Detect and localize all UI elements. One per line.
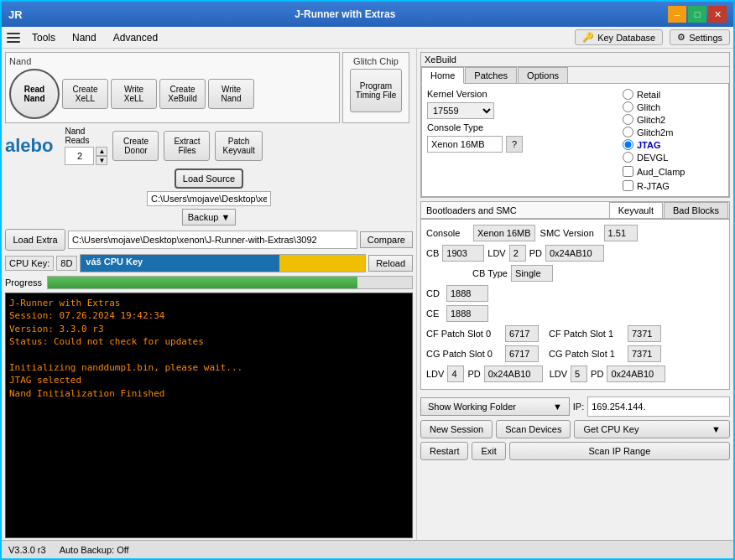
extra-path-input[interactable] [68,231,357,249]
cpu-key-value: váš CPU Key [80,254,366,272]
kernel-select-row: 17559 [427,102,616,119]
menu-nand[interactable]: Nand [65,29,103,46]
console-type-question-button[interactable]: ? [506,136,523,153]
dropdown-arrow-icon: ▼ [553,402,562,412]
scan-ip-range-button[interactable]: Scan IP Range [509,442,730,460]
menu-advanced[interactable]: Advanced [107,29,164,46]
nand-reads-up[interactable]: ▲ [96,147,107,156]
show-working-folder-button[interactable]: Show Working Folder ▼ [420,397,570,416]
create-donor-button[interactable]: Create Donor [112,131,159,161]
nand-reads-down[interactable]: ▼ [96,156,107,165]
compare-button[interactable]: Compare [360,231,413,248]
radio-glitch2m-input[interactable] [623,127,633,137]
read-nand-button[interactable]: Read Nand [9,69,60,119]
r-jtag-row: R-JTAG [623,180,723,191]
load-extra-button[interactable]: Load Extra [5,229,65,251]
tab-options[interactable]: Options [518,67,568,83]
boot-tab-keyvault[interactable]: Keyvault [609,202,663,218]
console-type-row: Console Type [427,122,616,132]
radio-retail-input[interactable] [623,89,633,100]
log-line-5: Initializing nanddump1.bin, please wait.… [9,361,409,374]
reload-button[interactable]: Reload [368,255,413,272]
xebuild-section: XeBuild Home Patches Options Kernel Vers… [420,52,730,198]
radio-devgl: DEVGL [623,152,723,163]
window-title: J-Runner with Extras [23,8,668,20]
backup-label: Backup ▼ [188,212,231,222]
boot-header: Bootloaders and SMC Keyvault Bad Blocks [421,202,729,219]
ldv5-value: 5 [571,366,587,382]
cb-value: 1903 [442,245,484,262]
radio-glitch-input[interactable] [623,101,633,112]
ip-input[interactable] [587,397,730,417]
radio-glitch2-input[interactable] [623,114,633,125]
progress-bar-container [47,276,413,289]
source-path-input[interactable] [147,191,271,206]
version-label: V3.3.0 r3 [8,545,46,555]
right-panel: XeBuild Home Patches Options Kernel Vers… [417,49,733,540]
console-type-input[interactable] [427,136,503,153]
tab-home[interactable]: Home [421,67,464,84]
new-session-button[interactable]: New Session [420,420,493,438]
cb-type-row: CB Type Single [426,265,724,282]
nand-reads-input[interactable] [65,147,94,165]
extract-files-button[interactable]: Extract Files [164,131,210,161]
patch-keyvault-button[interactable]: Patch Keyvault [215,131,262,161]
create-xell-button[interactable]: Create XeLL [62,79,108,109]
exit-button[interactable]: Exit [472,442,505,460]
boot-tabs: Keyvault Bad Blocks [609,202,729,218]
get-cpu-key-button[interactable]: Get CPU Key ▼ [574,420,730,438]
restart-exit-row: Restart Exit Scan IP Range [420,442,730,460]
ldv4-label: LDV [426,369,444,379]
key-database-button[interactable]: 🔑 Key Database [575,29,663,45]
aud-clamp-row: Aud_Clamp [623,166,723,177]
cf-patch0-label: CF Patch Slot 0 [426,329,502,339]
console-smc-row: Console Xenon 16MB SMC Version 1.51 [426,225,724,241]
log-area: J-Runner with Extras Session: 07.26.2024… [5,293,413,538]
cg-patch1-label: CG Patch Slot 1 [549,349,624,359]
glitch-chip-section: Glitch Chip Program Timing File [342,52,409,123]
ldv4-value: 4 [447,366,464,382]
kernel-version-select[interactable]: 17559 [427,102,494,119]
scan-devices-button[interactable]: Scan Devices [496,420,571,438]
minimize-button[interactable]: – [668,6,686,23]
app-logo: JR [8,8,23,21]
restart-button[interactable]: Restart [420,442,468,460]
pd5-label: PD [591,369,603,379]
cd-row: CD 1888 [426,285,724,302]
log-line-2: Version: 3.3.0 r3 [9,323,409,335]
session-scan-row: New Session Scan Devices Get CPU Key ▼ [420,420,730,438]
backup-button[interactable]: Backup ▼ [182,209,237,226]
cpu-key-label: CPU Key: [5,256,54,271]
console-type-input-row: ? [427,136,616,153]
menu-right: 🔑 Key Database ⚙ Settings [575,29,730,45]
hamburger-menu-icon[interactable] [5,29,22,46]
program-timing-button[interactable]: Program Timing File [350,69,403,112]
pd4-label: PD [467,369,480,379]
radio-retail: Retail [623,89,723,100]
auto-backup-label: Auto Backup: Off [60,545,129,555]
ce-label: CE [426,309,443,319]
aud-clamp-label: Aud_Clamp [637,167,685,177]
menu-tools[interactable]: Tools [25,29,62,46]
write-xell-button[interactable]: Write XeLL [111,79,157,109]
close-button[interactable]: ✕ [708,6,727,23]
tab-patches[interactable]: Patches [465,67,517,83]
nand-section-label: Nand [9,56,336,66]
r-jtag-checkbox[interactable] [623,180,633,191]
load-source-button[interactable]: Load Source [175,169,243,189]
main-window: JR J-Runner with Extras – □ ✕ Tools Nand… [0,0,735,560]
radio-devgl-input[interactable] [623,152,633,163]
cf-patch-row: CF Patch Slot 0 6717 CF Patch Slot 1 737… [426,325,724,342]
create-xebuild-button[interactable]: Create XeBuild [159,79,206,109]
radio-glitch2: Glitch2 [623,114,723,125]
console-type-label: Console Type [427,122,494,132]
boot-tab-bad-blocks[interactable]: Bad Blocks [664,202,728,218]
radio-jtag-input[interactable] [623,139,633,150]
cd-value: 1888 [446,285,488,302]
ce-row: CE 1888 [426,305,724,322]
load-source-row: Load Source Backup ▼ [5,169,413,226]
maximize-button[interactable]: □ [688,6,706,23]
write-nand-button[interactable]: Write Nand [208,79,254,109]
settings-button[interactable]: ⚙ Settings [670,29,730,45]
aud-clamp-checkbox[interactable] [623,166,633,177]
